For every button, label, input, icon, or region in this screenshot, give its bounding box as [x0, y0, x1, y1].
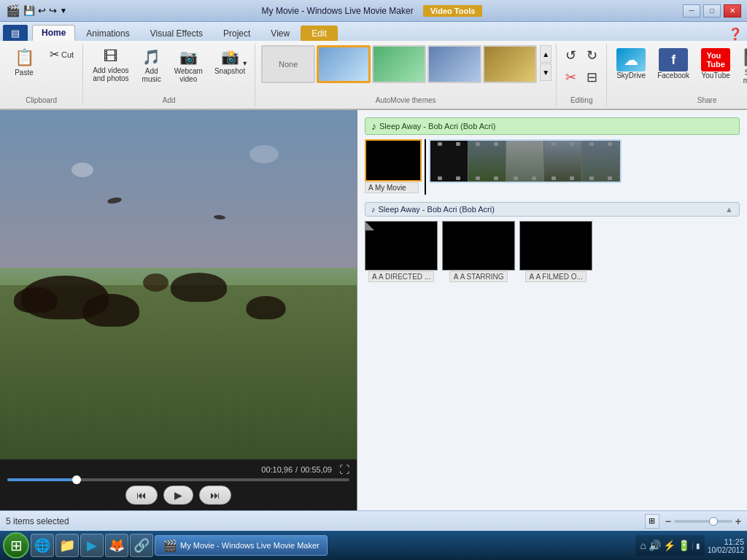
youtube-button[interactable]: YouTube YouTube	[696, 45, 735, 82]
maximize-button[interactable]: □	[703, 4, 721, 18]
cut-button[interactable]: ✂ Cut	[45, 45, 78, 63]
snapshot-dropdown[interactable]: ▼	[241, 60, 248, 67]
cut-label: Cut	[61, 50, 74, 59]
play-pause-button[interactable]: ▶	[163, 486, 193, 505]
taskbar-live-icon[interactable]: 🔗	[130, 534, 153, 557]
editing-label: Editing	[570, 96, 593, 104]
tab-view[interactable]: View	[261, 26, 299, 41]
fit-window-button[interactable]: ⊞	[645, 514, 659, 529]
taskbar-right: ⌂ 🔊 ⚡ 🔋 ▮ 11:25 10/02/2012	[635, 535, 744, 556]
video-tools-badge: Video Tools	[423, 5, 482, 17]
facebook-icon: f	[671, 52, 676, 68]
tray-power-icon[interactable]: ⚡	[663, 540, 676, 551]
save-movie-label: Save movie	[743, 69, 747, 85]
total-time: 00:55,09	[301, 465, 332, 474]
scrubber-fill	[7, 478, 76, 481]
film-cell-1	[430, 141, 468, 182]
scrubber-thumb[interactable]	[72, 475, 81, 484]
credits-header-collapse[interactable]: ▲	[725, 205, 733, 214]
snapshot-icon: 📸	[221, 48, 239, 66]
credit-frame-3[interactable]	[519, 221, 592, 271]
title-frame[interactable]	[365, 139, 422, 182]
clipboard-group: 📋 Paste ✂ Cut Clipboard	[0, 44, 83, 106]
title-frame-label: A My Movie	[365, 182, 419, 193]
snapshot-label: Snapshot	[214, 67, 245, 75]
playhead	[425, 139, 426, 195]
theme-pan-zoom[interactable]	[483, 45, 537, 83]
credit-frame-1[interactable]	[365, 221, 438, 271]
zoom-plus-button[interactable]: +	[735, 516, 741, 527]
tab-edit[interactable]: Edit	[301, 26, 338, 41]
tab-home[interactable]: Home	[32, 25, 75, 41]
prev-frame-button[interactable]: ⏮	[125, 486, 158, 505]
skydrive-label: SkyDrive	[616, 71, 646, 79]
zoom-slider: − +	[665, 516, 741, 527]
scrubber[interactable]	[7, 478, 349, 481]
rotate-left-button[interactable]: ↺	[561, 45, 581, 66]
tab-animations[interactable]: Animations	[77, 26, 139, 41]
expand-icon[interactable]: ⛶	[339, 464, 349, 475]
credit-frame-3-wrap: A A FILMED O...	[519, 221, 592, 282]
add-videos-label: Add videos and photos	[93, 66, 129, 82]
minimize-button[interactable]: ─	[683, 4, 700, 18]
taskbar-firefox-icon[interactable]: 🦊	[105, 534, 128, 557]
theme-fade[interactable]	[427, 45, 481, 83]
taskbar-explorer-icon[interactable]: 📁	[55, 534, 79, 557]
status-right: ⊞ − +	[645, 514, 741, 529]
add-music-button[interactable]: 🎵 Add music	[136, 45, 168, 86]
paste-button[interactable]: 📋 Paste	[4, 45, 44, 79]
help-icon[interactable]: ❓	[728, 27, 743, 41]
zoom-minus-button[interactable]: −	[665, 516, 671, 527]
webcam-button[interactable]: 📷 Webcam video	[169, 45, 208, 86]
clipboard-items: 📋 Paste ✂ Cut	[4, 45, 78, 95]
tab-project[interactable]: Project	[214, 26, 260, 41]
tray-volume-icon[interactable]: 🔊	[649, 540, 661, 551]
taskbar-moviemaker-app[interactable]: 🎬 My Movie - Windows Live Movie Maker	[155, 535, 328, 556]
paste-icon: 📋	[15, 48, 34, 67]
rotate-right-button[interactable]: ↻	[582, 45, 602, 66]
theme-none[interactable]: None	[261, 45, 315, 83]
add-videos-button[interactable]: 🎞 Add videos and photos	[88, 45, 134, 85]
video-filmstrip-area: A My Movie	[365, 139, 740, 195]
credit-frame-1-label: A A DIRECTED ...	[368, 271, 434, 282]
close-button[interactable]: ✕	[724, 4, 741, 18]
tray-network-icon[interactable]: ⌂	[640, 540, 646, 551]
quick-access-undo[interactable]: ↩	[38, 5, 46, 16]
zoom-thumb[interactable]	[709, 517, 718, 526]
quick-access-save[interactable]: 💾	[23, 5, 35, 16]
share-label: Share	[697, 96, 717, 104]
taskbar-mediaplayer-icon[interactable]: ▶	[80, 534, 104, 557]
mediaplayer-icon: ▶	[87, 537, 97, 553]
split-button[interactable]: ⊟	[582, 67, 602, 88]
next-frame-button[interactable]: ⏭	[199, 486, 231, 505]
trim-button[interactable]: ✂	[561, 67, 581, 88]
snapshot-button[interactable]: 📸 Snapshot ▼	[209, 45, 250, 78]
tab-visual-effects[interactable]: Visual Effects	[141, 26, 212, 41]
skydrive-button[interactable]: ☁ SkyDrive	[611, 45, 651, 82]
live-icon: 🔗	[133, 537, 150, 553]
tray-show-desktop[interactable]: ▮	[692, 542, 700, 550]
themes-scroll-up[interactable]: ▲	[540, 45, 551, 63]
ribbon-menu-button[interactable]: ▤	[3, 25, 28, 41]
quick-access-redo[interactable]: ↪	[49, 5, 57, 16]
editing-row-1: ↺ ↻	[561, 45, 602, 66]
save-movie-button[interactable]: 💾 Save movie ▼	[737, 45, 747, 95]
taskbar: ⊞ 🌐 📁 ▶ 🦊 🔗 🎬 My Movie - Windows Live Mo…	[0, 531, 747, 560]
theme-contemporary[interactable]	[372, 45, 426, 83]
system-clock[interactable]: 11:25 10/02/2012	[708, 537, 744, 554]
moviemaker-taskbar-icon: 🎬	[163, 539, 177, 553]
credit-frame-2[interactable]	[442, 221, 515, 271]
audio-track-label: Sleep Away - Bob Acri (Bob Acri)	[379, 122, 495, 131]
add-videos-icon: 🎞	[104, 48, 118, 65]
firefox-icon: 🦊	[109, 537, 125, 553]
tray-security-icon[interactable]: 🔋	[678, 540, 690, 551]
start-button[interactable]: ⊞	[3, 532, 29, 559]
themes-scroll-down[interactable]: ▼	[540, 63, 551, 81]
bird-filmstrip[interactable]	[429, 139, 622, 183]
zoom-track[interactable]	[674, 520, 732, 523]
status-bar: 5 items selected ⊞ − +	[0, 510, 747, 531]
quick-access-dropdown[interactable]: ▼	[60, 7, 67, 15]
taskbar-ie-icon[interactable]: 🌐	[31, 534, 54, 557]
facebook-button[interactable]: f Facebook	[652, 45, 694, 82]
theme-cinematic[interactable]	[317, 45, 371, 83]
